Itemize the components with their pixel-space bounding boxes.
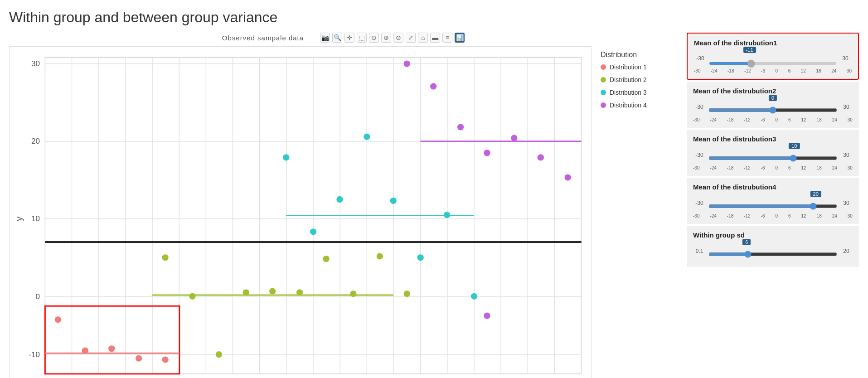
svg-point-59 (136, 355, 142, 362)
within-sd-label: Within group sd (693, 231, 853, 239)
dist4-min: -30 (693, 200, 706, 206)
legend-dot-1 (601, 64, 606, 70)
chart-toolbar: Observed sampale data 📷 🔍 ✛ ⬚ ⊙ ⊕ ⊖ ⤢ ⌂ … (9, 33, 678, 43)
chart-with-legend: y x (9, 46, 678, 378)
svg-point-71 (404, 291, 410, 297)
crosshair-icon[interactable]: ✛ (344, 33, 354, 43)
svg-point-73 (283, 154, 289, 160)
legend-item-1: Distribution 1 (601, 63, 673, 71)
dist1-label: Mean of the distrubution1 (694, 39, 852, 47)
dist1-slider-row: -30 -11 30 (694, 50, 852, 67)
chart-type-icon[interactable]: 📊 (455, 33, 465, 43)
bar-icon[interactable]: ▬ (430, 33, 440, 43)
svg-point-82 (404, 61, 410, 67)
legend-item-2: Distribution 2 (601, 76, 673, 83)
dist3-ticks: -30-24-18-12-6 0612182430 (693, 165, 853, 170)
dist2-ticks: -30-24-18-12-6 0612182430 (693, 117, 853, 122)
chart-plot-area: y x (9, 46, 592, 378)
dist4-label: Mean of the distrubution4 (693, 183, 853, 191)
dist1-slider-group: Mean of the distrubution1 -30 -11 30 -30… (687, 33, 859, 80)
toolbar-icons: 📷 🔍 ✛ ⬚ ⊙ ⊕ ⊖ ⤢ ⌂ ▬ ≡ 📊 (320, 33, 465, 43)
within-sd-slider[interactable] (708, 251, 837, 258)
dist4-value-badge: 20 (810, 191, 821, 197)
svg-point-80 (471, 293, 477, 300)
dist2-slider-group: Mean of the distrubution2 -30 0 30 -30-2… (687, 82, 859, 128)
dist1-min: -30 (694, 55, 707, 62)
chart-title: Observed sampale data (222, 34, 304, 42)
dist2-slider[interactable] (708, 107, 837, 114)
legend-dot-3 (601, 90, 606, 95)
dist4-max: 30 (840, 200, 853, 206)
svg-point-65 (243, 289, 249, 296)
svg-point-86 (511, 135, 517, 141)
svg-text:30: 30 (31, 59, 40, 68)
dist3-slider[interactable] (708, 155, 837, 162)
selection-icon[interactable]: ⬚ (357, 33, 367, 43)
dist4-slider[interactable] (708, 203, 837, 210)
dist3-slider-row: -30 10 30 (693, 146, 853, 164)
dist3-label: Mean of the distrubution3 (693, 135, 853, 143)
svg-text:0: 0 (35, 292, 40, 301)
dist2-max: 30 (840, 104, 853, 110)
dist4-slider-row: -30 20 30 (693, 194, 853, 212)
within-sd-slider-group: Within group sd 0.1 6 20 (687, 226, 859, 267)
legend-item-3: Distribution 3 (601, 89, 673, 96)
dist3-min: -30 (693, 152, 706, 158)
dist3-max: 30 (840, 152, 853, 158)
svg-point-88 (565, 174, 571, 180)
svg-point-89 (484, 312, 490, 319)
legend-title: Distribution (601, 51, 673, 59)
dist2-value-badge: 0 (769, 95, 777, 101)
svg-text:10: 10 (31, 214, 40, 223)
resize-icon[interactable]: ⤢ (406, 33, 416, 43)
chart-area: Observed sampale data 📷 🔍 ✛ ⬚ ⊙ ⊕ ⊖ ⤢ ⌂ … (9, 33, 678, 378)
svg-point-79 (444, 212, 450, 218)
svg-point-75 (336, 196, 343, 203)
home-icon[interactable]: ⌂ (418, 33, 428, 43)
within-sd-min: 0.1 (693, 248, 706, 254)
zoom-icon[interactable]: 🔍 (332, 33, 342, 43)
svg-text:-10: -10 (29, 350, 40, 359)
svg-point-78 (417, 254, 424, 261)
camera-icon[interactable]: 📷 (320, 33, 330, 43)
svg-point-87 (538, 154, 544, 160)
legend-area: Distribution Distribution 1 Distribution… (596, 46, 678, 378)
page-container: Within group and between group variance … (0, 0, 868, 378)
svg-point-64 (216, 351, 222, 358)
dist3-slider-group: Mean of the distrubution3 -30 10 30 -30-… (687, 130, 859, 176)
svg-point-85 (484, 150, 490, 156)
svg-point-74 (310, 228, 316, 235)
lasso-icon[interactable]: ⊙ (369, 33, 379, 43)
dist2-label: Mean of the distrubution2 (693, 87, 853, 95)
svg-point-77 (390, 198, 397, 204)
zoom-out-icon[interactable]: ⊖ (393, 33, 403, 43)
legend-label-1: Distribution 1 (610, 63, 647, 71)
legend-dot-2 (601, 77, 606, 82)
legend-dot-4 (601, 102, 606, 108)
zoom-in-icon[interactable]: ⊕ (381, 33, 391, 43)
svg-point-68 (323, 256, 329, 262)
svg-point-66 (269, 288, 276, 294)
svg-point-62 (162, 254, 168, 261)
legend-label-4: Distribution 4 (610, 102, 647, 109)
lines-icon[interactable]: ≡ (442, 33, 452, 43)
svg-point-69 (350, 291, 356, 297)
svg-point-67 (296, 289, 303, 296)
within-sd-value-badge: 6 (742, 239, 751, 245)
dist4-slider-group: Mean of the distrubution4 -30 20 30 -30-… (687, 178, 859, 224)
svg-point-57 (82, 347, 88, 354)
svg-point-76 (364, 134, 370, 140)
svg-text:y: y (15, 217, 24, 221)
dist1-slider[interactable] (709, 62, 836, 65)
svg-point-63 (189, 293, 195, 300)
right-panel: Mean of the distrubution1 -30 -11 30 -30… (687, 33, 859, 378)
legend-item-4: Distribution 4 (601, 102, 673, 109)
svg-point-58 (108, 345, 115, 352)
page-title: Within group and between group variance (9, 9, 859, 26)
chart-svg: y x (10, 47, 591, 378)
dist3-value-badge: 10 (789, 143, 800, 149)
within-sd-max: 20 (840, 248, 853, 254)
main-content: Observed sampale data 📷 🔍 ✛ ⬚ ⊙ ⊕ ⊖ ⤢ ⌂ … (9, 33, 859, 378)
svg-point-56 (55, 316, 61, 323)
dist2-slider-row: -30 0 30 (693, 98, 853, 116)
